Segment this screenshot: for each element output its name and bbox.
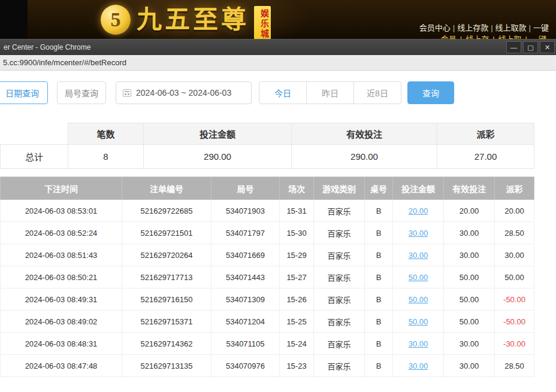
close-button[interactable]: ✕ bbox=[540, 41, 555, 53]
column-header-session: 场次 bbox=[280, 177, 314, 200]
cell-valid-bet: 50.00 bbox=[444, 266, 495, 288]
yesterday-button[interactable]: 昨日 bbox=[306, 81, 354, 104]
cell-bet-id: 521629717713 bbox=[122, 266, 211, 288]
cell-game-type: 百家乐 bbox=[314, 244, 365, 266]
last8days-button[interactable]: 近8日 bbox=[353, 81, 401, 104]
date-query-tab[interactable]: 日期查询 bbox=[0, 81, 48, 104]
column-header-bet-id: 注单编号 bbox=[122, 177, 211, 200]
url-text[interactable]: 5.cc:9900/infe/mcenter/#/betRecord bbox=[3, 58, 126, 67]
column-header-payout: 派彩 bbox=[495, 177, 534, 200]
cell-table-no: B bbox=[365, 244, 393, 266]
cell-bet-id: 521629722685 bbox=[122, 200, 211, 222]
cell-session: 15-31 bbox=[280, 200, 314, 222]
cell-session: 15-25 bbox=[280, 311, 314, 333]
cell-table-no: B bbox=[365, 288, 393, 311]
site-logo-text: 九五至尊 bbox=[137, 2, 249, 37]
nav-link[interactable]: 一键 bbox=[531, 35, 546, 39]
nav-separator: | bbox=[525, 35, 527, 39]
summary-value: 27.00 bbox=[437, 145, 534, 169]
cell-bet-id: 521629721501 bbox=[122, 222, 211, 244]
nav-separator: | bbox=[492, 35, 494, 39]
quick-range-group: 今日 昨日 近8日 bbox=[259, 81, 401, 104]
cell-bet-amount[interactable]: 30.00 bbox=[393, 355, 444, 377]
cell-game-type: 百家乐 bbox=[314, 333, 365, 355]
cell-time: 2024-06-03 08:53:01 bbox=[1, 200, 122, 222]
nav-link[interactable]: 一键 bbox=[533, 23, 549, 32]
cell-round: 534071903 bbox=[211, 200, 280, 222]
bet-records-table: 下注时间注单编号局号场次游戏类别桌号投注金额有效投注派彩 2024-06-03 … bbox=[0, 177, 534, 377]
cell-payout: 28.50 bbox=[495, 222, 534, 244]
nav-link[interactable]: 会员中心 bbox=[419, 23, 451, 32]
cell-table-no: B bbox=[365, 222, 393, 244]
browser-urlbar[interactable]: 5.cc:9900/infe/mcenter/#/betRecord bbox=[0, 55, 556, 71]
maximize-button[interactable]: ▢ bbox=[523, 41, 538, 53]
cell-game-type: 百家乐 bbox=[314, 288, 365, 311]
browser-titlebar[interactable]: er Center - Google Chrome — ▢ ✕ bbox=[0, 39, 556, 55]
cell-session: 15-26 bbox=[280, 288, 314, 311]
cell-bet-amount[interactable]: 30.00 bbox=[393, 222, 444, 244]
nav-link[interactable]: 线上取 bbox=[498, 35, 522, 39]
nav-link[interactable]: 线上存 bbox=[466, 35, 489, 39]
cell-session: 15-27 bbox=[280, 266, 314, 288]
cell-bet-amount[interactable]: 50.00 bbox=[393, 288, 444, 311]
table-row: 2024-06-03 08:53:01521629722685534071903… bbox=[1, 200, 534, 222]
cell-round: 534071105 bbox=[211, 333, 280, 355]
nav-link[interactable]: 线上取款 bbox=[495, 23, 527, 32]
round-query-tab[interactable]: 局号查询 bbox=[57, 81, 106, 104]
nav-link[interactable]: 线上存款 bbox=[457, 23, 488, 32]
cell-bet-amount[interactable]: 50.00 bbox=[393, 266, 444, 288]
cell-table-no: B bbox=[365, 333, 393, 355]
cell-table-no: B bbox=[365, 266, 393, 288]
cell-bet-amount[interactable]: 30.00 bbox=[393, 244, 444, 266]
cell-round: 534071309 bbox=[211, 288, 280, 311]
cell-payout: 20.00 bbox=[495, 200, 534, 222]
cell-time: 2024-06-03 08:49:02 bbox=[1, 311, 122, 333]
nav-link[interactable]: 会员 bbox=[441, 35, 457, 39]
minimize-button[interactable]: — bbox=[506, 41, 521, 53]
table-row: 2024-06-03 08:48:31521629714362534071105… bbox=[1, 333, 534, 355]
cell-table-no: B bbox=[365, 311, 393, 333]
cell-bet-amount[interactable]: 30.00 bbox=[393, 333, 444, 355]
column-header-table-no: 桌号 bbox=[365, 177, 393, 200]
cell-table-no: B bbox=[365, 200, 393, 222]
cell-valid-bet: 30.00 bbox=[444, 222, 495, 244]
cell-bet-id: 521629716150 bbox=[122, 288, 211, 311]
cell-round: 534071443 bbox=[211, 266, 280, 288]
coin-5-icon: 5 bbox=[101, 5, 131, 35]
summary-column-header: 有效投注 bbox=[292, 123, 437, 145]
bet-record-page: 日期查询 局号查询 2024-06-03 ~ 2024-06-03 今日 昨日 … bbox=[0, 71, 556, 392]
cell-payout: -30.00 bbox=[495, 333, 534, 355]
table-row: 2024-06-03 08:49:02521629715371534071204… bbox=[1, 311, 534, 333]
table-row: 2024-06-03 08:51:43521629720264534071669… bbox=[1, 244, 534, 266]
cell-bet-id: 521629715371 bbox=[122, 311, 211, 333]
cell-valid-bet: 30.00 bbox=[444, 333, 495, 355]
table-row: 2024-06-03 08:50:21521629717713534071443… bbox=[1, 266, 534, 288]
today-button[interactable]: 今日 bbox=[259, 81, 307, 104]
cell-table-no: B bbox=[365, 355, 393, 377]
cell-time: 2024-06-03 08:52:24 bbox=[1, 222, 122, 244]
cell-payout: -50.00 bbox=[495, 311, 534, 333]
cell-payout: 50.00 bbox=[495, 266, 534, 288]
summary-total-label: 总计 bbox=[1, 145, 68, 169]
search-button[interactable]: 查询 bbox=[407, 81, 454, 104]
summary-header-row: 笔数投注金额有效投注派彩 bbox=[1, 123, 534, 145]
summary-value: 8 bbox=[68, 145, 144, 169]
window-title: er Center - Google Chrome bbox=[4, 43, 90, 51]
cell-time: 2024-06-03 08:49:31 bbox=[1, 288, 122, 311]
site-logo: 5 九五至尊 娱乐城 bbox=[101, 2, 271, 39]
cell-round: 534071797 bbox=[211, 222, 280, 244]
cell-bet-amount[interactable]: 20.00 bbox=[393, 200, 444, 222]
cell-bet-amount[interactable]: 50.00 bbox=[393, 311, 444, 333]
cell-bet-id: 521629720264 bbox=[122, 244, 211, 266]
summary-blank-cell bbox=[1, 123, 68, 145]
cell-time: 2024-06-03 08:47:48 bbox=[1, 355, 122, 377]
calendar-icon bbox=[123, 89, 131, 97]
summary-value: 290.00 bbox=[292, 145, 437, 169]
nav-separator: | bbox=[529, 23, 531, 32]
cell-game-type: 百家乐 bbox=[314, 355, 365, 377]
date-range-input[interactable]: 2024-06-03 ~ 2024-06-03 bbox=[116, 81, 252, 104]
nav-separator: | bbox=[460, 35, 462, 39]
cell-session: 15-24 bbox=[280, 333, 314, 355]
date-range-value: 2024-06-03 ~ 2024-06-03 bbox=[136, 88, 231, 98]
cell-game-type: 百家乐 bbox=[314, 222, 365, 244]
